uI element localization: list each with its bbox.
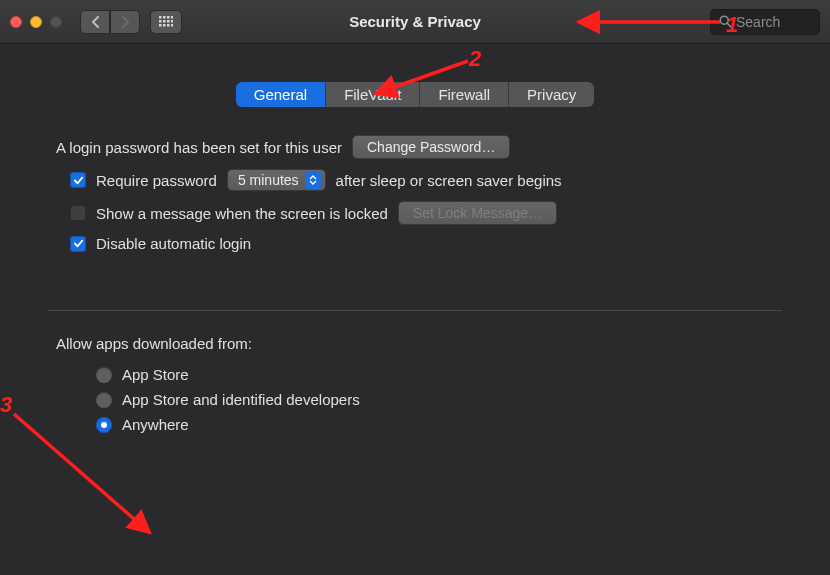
svg-rect-6: [167, 20, 170, 23]
window-controls: [10, 16, 62, 28]
svg-rect-3: [171, 16, 173, 19]
nav-buttons: [80, 10, 140, 34]
change-password-button[interactable]: Change Password…: [352, 135, 510, 159]
show-message-row: Show a message when the screen is locked…: [70, 201, 782, 225]
tab-bar: General FileVault Firewall Privacy: [18, 82, 812, 107]
minimize-window-button[interactable]: [30, 16, 42, 28]
annotation-number-3: 3: [0, 392, 12, 418]
general-panel: A login password has been set for this u…: [48, 135, 782, 433]
allow-apps-option-anywhere[interactable]: Anywhere: [96, 416, 782, 433]
search-input[interactable]: [736, 14, 811, 30]
set-lock-message-button[interactable]: Set Lock Message…: [398, 201, 557, 225]
radio-identified[interactable]: [96, 392, 112, 408]
svg-rect-7: [171, 20, 173, 23]
svg-rect-1: [163, 16, 166, 19]
radio-appstore-label: App Store: [122, 366, 189, 383]
content-pane: General FileVault Firewall Privacy A log…: [0, 44, 830, 451]
radio-anywhere[interactable]: [96, 417, 112, 433]
tab-firewall[interactable]: Firewall: [420, 82, 509, 107]
annotation-number-2: 2: [469, 46, 481, 72]
svg-rect-9: [163, 24, 166, 27]
show-message-label: Show a message when the screen is locked: [96, 205, 388, 222]
radio-anywhere-label: Anywhere: [122, 416, 189, 433]
svg-rect-2: [167, 16, 170, 19]
tab-general[interactable]: General: [236, 82, 326, 107]
require-password-delay-value: 5 minutes: [238, 172, 299, 188]
titlebar: Security & Privacy: [0, 0, 830, 44]
require-password-label-before: Require password: [96, 172, 217, 189]
allow-apps-option-appstore[interactable]: App Store: [96, 366, 782, 383]
forward-button[interactable]: [110, 10, 140, 34]
chevron-left-icon: [91, 16, 100, 28]
annotation-number-1: 1: [726, 12, 738, 38]
tab-filevault[interactable]: FileVault: [326, 82, 420, 107]
tab-segment: General FileVault Firewall Privacy: [236, 82, 595, 107]
tab-privacy[interactable]: Privacy: [509, 82, 594, 107]
disable-auto-login-row: Disable automatic login: [70, 235, 782, 252]
radio-appstore[interactable]: [96, 367, 112, 383]
allow-apps-title: Allow apps downloaded from:: [56, 335, 782, 352]
allow-apps-option-identified[interactable]: App Store and identified developers: [96, 391, 782, 408]
checkmark-icon: [73, 238, 84, 249]
disable-auto-login-label: Disable automatic login: [96, 235, 251, 252]
show-all-button[interactable]: [150, 10, 182, 34]
svg-rect-0: [159, 16, 162, 19]
require-password-row: Require password 5 minutes after sleep o…: [70, 169, 782, 191]
back-button[interactable]: [80, 10, 110, 34]
disable-auto-login-checkbox[interactable]: [70, 236, 86, 252]
login-password-row: A login password has been set for this u…: [56, 135, 782, 159]
radio-identified-label: App Store and identified developers: [122, 391, 360, 408]
chevron-right-icon: [121, 16, 130, 28]
require-password-label-after: after sleep or screen saver begins: [336, 172, 562, 189]
svg-rect-11: [171, 24, 173, 27]
zoom-window-button[interactable]: [50, 16, 62, 28]
login-password-text: A login password has been set for this u…: [56, 139, 342, 156]
show-message-checkbox[interactable]: [70, 205, 86, 221]
section-divider: [48, 310, 782, 311]
close-window-button[interactable]: [10, 16, 22, 28]
svg-rect-8: [159, 24, 162, 27]
require-password-delay-select[interactable]: 5 minutes: [227, 169, 326, 191]
grid-icon: [159, 16, 173, 28]
require-password-checkbox[interactable]: [70, 172, 86, 188]
checkmark-icon: [73, 175, 84, 186]
svg-rect-4: [159, 20, 162, 23]
svg-rect-10: [167, 24, 170, 27]
svg-rect-5: [163, 20, 166, 23]
select-stepper-icon: [305, 171, 321, 189]
